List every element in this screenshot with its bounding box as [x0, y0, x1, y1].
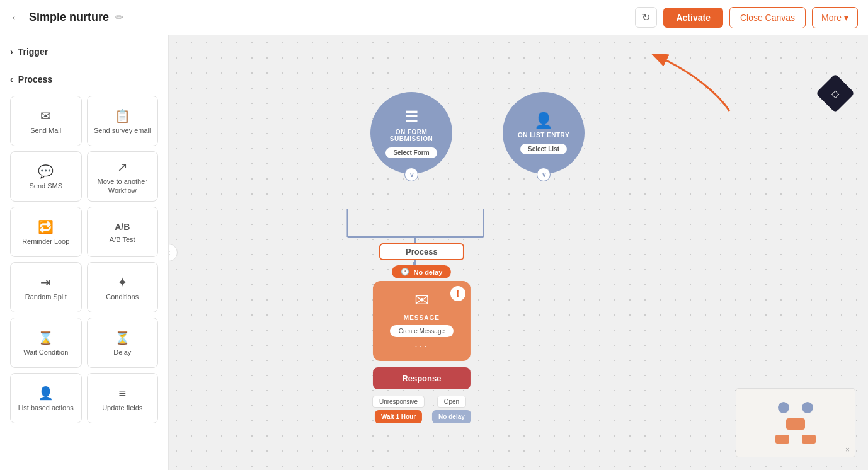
- mini-map-close-button[interactable]: ×: [845, 445, 850, 454]
- no-delay-label: No delay: [413, 268, 442, 276]
- response-node[interactable]: Response: [373, 367, 471, 389]
- trigger-chevron-icon: ›: [10, 47, 13, 57]
- refresh-button[interactable]: ↻: [635, 7, 657, 28]
- update-fields-label: Update fields: [102, 403, 142, 412]
- list-expand-button[interactable]: ∨: [537, 168, 551, 181]
- reminder-loop-label: Reminder Loop: [22, 237, 69, 246]
- mini-map-row-2: [786, 418, 805, 430]
- mini-rect-2: [775, 435, 789, 444]
- page-title: Simple nurture: [29, 11, 109, 24]
- open-label: Open: [437, 396, 466, 408]
- sidebar-item-wait-condition[interactable]: ⌛ Wait Condition: [10, 318, 82, 368]
- send-mail-label: Send Mail: [30, 126, 61, 135]
- sidebar-item-delay[interactable]: ⏳ Delay: [87, 318, 159, 368]
- mail-icon: ✉: [40, 110, 51, 122]
- ab-test-label: A/B Test: [110, 235, 135, 244]
- list-based-label: List based actions: [18, 403, 74, 412]
- mini-map-row-1: [778, 402, 813, 413]
- process-label: Process: [379, 243, 464, 260]
- move-workflow-label: Move to another Workflow: [93, 177, 153, 195]
- mini-map-inner: [736, 389, 855, 457]
- list-entry-node[interactable]: 👤 ON LIST ENTRY Select List ∨: [503, 92, 585, 174]
- trigger-section-header[interactable]: › Trigger: [10, 43, 158, 60]
- list-based-icon: 👤: [38, 387, 54, 399]
- conditions-icon: ✦: [117, 276, 128, 289]
- trigger-section: › Trigger: [0, 35, 168, 63]
- process-section-header[interactable]: ‹ Process: [10, 71, 158, 88]
- update-fields-icon: ≡: [118, 387, 126, 399]
- send-sms-label: Send SMS: [29, 181, 62, 190]
- survey-email-icon: 📋: [115, 110, 130, 122]
- trigger-section-label: Trigger: [18, 47, 48, 57]
- diamond-widget[interactable]: ◇: [821, 79, 849, 107]
- process-section-label: Process: [18, 74, 52, 84]
- diamond-icon: ◇: [831, 88, 839, 100]
- sidebar-item-random-split[interactable]: ⇥ Random Split: [10, 262, 82, 312]
- list-node-label: ON LIST ENTRY: [518, 132, 569, 139]
- mini-map-row-3: [775, 435, 816, 444]
- workflow-canvas[interactable]: ‹ ◇: [169, 35, 868, 470]
- sidebar: › Trigger ‹ Process ✉ Send Mail 📋 Send s…: [0, 35, 169, 470]
- unresponsive-label: Unresponsive: [372, 396, 425, 408]
- list-icon: 👤: [534, 112, 553, 129]
- sidebar-item-update-fields[interactable]: ≡ Update fields: [87, 373, 159, 423]
- clock-icon: 🕐: [401, 268, 409, 276]
- wait-condition-label: Wait Condition: [23, 348, 68, 357]
- select-form-button[interactable]: Select Form: [385, 147, 437, 158]
- activate-button[interactable]: Activate: [663, 8, 722, 28]
- sidebar-item-send-sms[interactable]: 💬 Send SMS: [10, 151, 82, 202]
- header: ← Simple nurture ✏ ↻ Activate Close Canv…: [0, 0, 868, 35]
- collapse-sidebar-button[interactable]: ‹: [169, 244, 178, 261]
- form-expand-button[interactable]: ∨: [404, 168, 418, 181]
- random-split-icon: ⇥: [40, 276, 51, 289]
- move-workflow-icon: ↗: [117, 161, 128, 173]
- create-message-button[interactable]: Create Message: [390, 325, 454, 337]
- arrow-annotation: [629, 54, 755, 120]
- warning-badge: !: [450, 286, 465, 301]
- sidebar-item-send-mail[interactable]: ✉ Send Mail: [10, 96, 82, 146]
- mini-dot-2: [802, 402, 813, 413]
- header-right: ↻ Activate Close Canvas More ▾: [635, 7, 858, 28]
- main-layout: › Trigger ‹ Process ✉ Send Mail 📋 Send s…: [0, 35, 868, 470]
- sidebar-item-ab-test[interactable]: A/B A/B Test: [87, 207, 159, 257]
- form-node-label: ON FORMSUBMISSION: [390, 129, 433, 142]
- message-more-dots[interactable]: ···: [414, 341, 428, 352]
- more-label: More: [821, 13, 842, 23]
- message-icon: ✉: [414, 290, 429, 311]
- open-branch: Open No delay: [432, 396, 471, 423]
- reminder-loop-icon: 🔁: [38, 221, 54, 233]
- form-submission-node[interactable]: ☰ ON FORMSUBMISSION Select Form ∨: [370, 92, 452, 174]
- mini-rect-1: [786, 418, 805, 430]
- more-button[interactable]: More ▾: [812, 7, 858, 28]
- ab-test-icon: A/B: [115, 222, 130, 231]
- sidebar-item-conditions[interactable]: ✦ Conditions: [87, 262, 159, 312]
- sidebar-item-move-workflow[interactable]: ↗ Move to another Workflow: [87, 151, 159, 202]
- delay-icon: ⏳: [115, 331, 130, 344]
- edit-icon[interactable]: ✏: [115, 11, 123, 23]
- process-section-header-wrap: ‹ Process: [0, 63, 168, 91]
- sidebar-item-send-survey-email[interactable]: 📋 Send survey email: [87, 96, 159, 146]
- sub-branches: Unresponsive Wait 1 Hour Open No delay: [372, 396, 471, 423]
- mini-dot-1: [778, 402, 789, 413]
- sidebar-item-reminder-loop[interactable]: 🔁 Reminder Loop: [10, 207, 82, 257]
- no-delay-tag[interactable]: 🕐 No delay: [392, 265, 451, 278]
- random-split-label: Random Split: [25, 292, 67, 301]
- back-button[interactable]: ←: [10, 10, 23, 25]
- close-canvas-button[interactable]: Close Canvas: [729, 7, 806, 28]
- more-chevron-icon: ▾: [844, 13, 848, 23]
- wait-1-hour-action[interactable]: Wait 1 Hour: [375, 410, 422, 423]
- process-area: Process 🕐 No delay ! ✉ MESSAGE Create Me…: [372, 243, 471, 423]
- unresponsive-branch: Unresponsive Wait 1 Hour: [372, 396, 425, 423]
- header-left: ← Simple nurture ✏: [10, 10, 123, 25]
- select-list-button[interactable]: Select List: [520, 144, 567, 154]
- mini-map: ×: [736, 388, 855, 457]
- sidebar-item-list-based-actions[interactable]: 👤 List based actions: [10, 373, 82, 423]
- form-icon: ☰: [404, 108, 418, 126]
- mini-rect-3: [802, 435, 816, 444]
- wait-condition-icon: ⌛: [38, 331, 54, 344]
- message-type-label: MESSAGE: [404, 314, 440, 321]
- no-delay-action[interactable]: No delay: [432, 410, 471, 423]
- message-node[interactable]: ! ✉ MESSAGE Create Message ···: [373, 281, 471, 361]
- delay-label: Delay: [113, 348, 131, 357]
- conditions-label: Conditions: [106, 292, 139, 301]
